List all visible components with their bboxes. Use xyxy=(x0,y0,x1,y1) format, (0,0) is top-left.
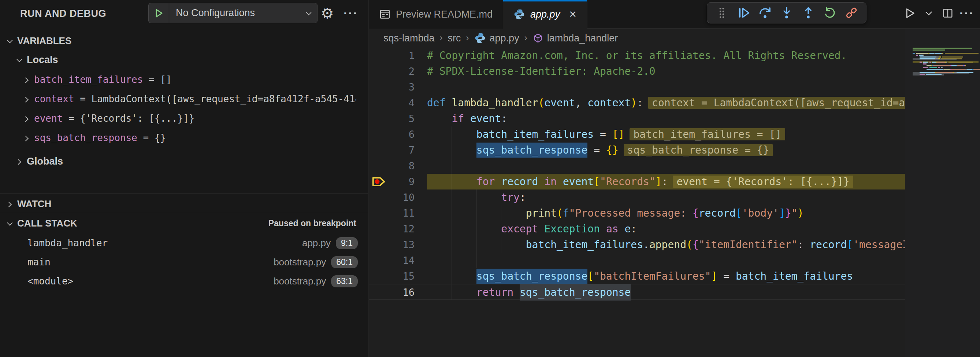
code-token: append xyxy=(649,239,686,251)
code-line-11[interactable]: 11 print(f"Processed message: {record['b… xyxy=(369,205,905,221)
restart-button[interactable] xyxy=(820,3,839,22)
line-number[interactable]: 13 xyxy=(383,237,415,253)
code-token: [] xyxy=(612,128,625,140)
disconnect-button[interactable] xyxy=(842,3,861,22)
minimap-token xyxy=(913,53,915,54)
more-actions-button[interactable]: ··· xyxy=(959,5,975,22)
code-line-15[interactable]: 15 sqs_batch_response["batchItemFailures… xyxy=(369,268,905,284)
code-token: def xyxy=(427,97,446,109)
callstack-frame-3[interactable]: <module>bootstrap.py63:1 xyxy=(0,272,368,290)
code-token: 'messageId' xyxy=(853,239,905,251)
code-token: return xyxy=(476,286,514,298)
variable-row-event[interactable]: event = {'Records': [{...}]} xyxy=(0,109,368,128)
line-content: for record in event["Records"]:event = {… xyxy=(427,174,853,190)
code-editor[interactable]: 1# Copyright Amazon.com, Inc. or its aff… xyxy=(369,48,905,357)
breadcrumb-item-lambda-handler[interactable]: lambda_handler xyxy=(533,33,618,44)
code-line-6[interactable]: 6 batch_item_failures = []batch_item_fai… xyxy=(369,126,905,142)
minimap-token xyxy=(965,65,966,66)
minimap-line xyxy=(913,48,978,49)
line-number[interactable]: 2 xyxy=(383,64,415,79)
variable-row-context[interactable]: context = LambdaContext([aws_request_id=… xyxy=(0,90,368,108)
code-line-9[interactable]: 9 for record in event["Records"]:event =… xyxy=(369,174,905,190)
watch-section-header[interactable]: WATCH xyxy=(0,195,368,212)
start-debug-icon[interactable] xyxy=(149,3,169,23)
code-line-16[interactable]: 16 return sqs_batch_response xyxy=(369,284,905,300)
minimap-token xyxy=(926,69,943,70)
step-over-button[interactable] xyxy=(756,3,775,22)
code-line-13[interactable]: 13 batch_item_failures.append({"itemIden… xyxy=(369,237,905,253)
minimap-column[interactable] xyxy=(905,29,980,357)
minimap[interactable] xyxy=(913,48,978,92)
line-number[interactable]: 7 xyxy=(383,142,415,158)
minimap-line xyxy=(913,72,978,73)
line-number[interactable]: 5 xyxy=(383,111,415,126)
run-python-file-button[interactable] xyxy=(902,5,918,22)
run-icon xyxy=(904,7,916,19)
callstack-frame-1[interactable]: lambda_handlerapp.py9:1 xyxy=(0,234,368,252)
line-number[interactable]: 15 xyxy=(383,268,415,284)
gear-icon[interactable]: ⚙ xyxy=(318,4,337,23)
debug-configuration-label: No Configurations xyxy=(169,7,299,19)
code-line-3[interactable]: 3 xyxy=(369,79,905,95)
line-number[interactable]: 14 xyxy=(383,253,415,268)
variables-section-header[interactable]: VARIABLES xyxy=(0,32,368,49)
code-line-1[interactable]: 1# Copyright Amazon.com, Inc. or its aff… xyxy=(369,48,905,64)
chevron-down-icon xyxy=(924,8,934,18)
code-line-8[interactable]: 8 xyxy=(369,158,905,174)
scope-locals[interactable]: Locals xyxy=(0,51,368,69)
indent-guide xyxy=(476,253,477,268)
minimap-token xyxy=(951,69,965,70)
callstack-frame-2[interactable]: mainbootstrap.py60:1 xyxy=(0,253,368,271)
line-number[interactable]: 12 xyxy=(383,221,415,237)
breadcrumb-item-sqs-lambda[interactable]: sqs-lambda xyxy=(383,33,435,44)
callstack-section-header[interactable]: CALL STACK Paused on breakpoint xyxy=(0,215,368,232)
minimap-token xyxy=(954,72,956,73)
continue-button[interactable] xyxy=(734,3,753,22)
variable-row-batch_item_failures[interactable]: batch_item_failures = [] xyxy=(0,70,368,89)
code-token: . xyxy=(643,239,649,251)
line-number[interactable]: 10 xyxy=(383,190,415,205)
line-number[interactable]: 6 xyxy=(383,126,415,142)
code-line-2[interactable]: 2# SPDX-License-Identifier: Apache-2.0 xyxy=(369,64,905,79)
continue-icon xyxy=(737,6,750,20)
line-number[interactable]: 3 xyxy=(383,79,415,95)
line-number[interactable]: 11 xyxy=(383,205,415,221)
breadcrumb-item-app-py[interactable]: app.py xyxy=(474,32,519,44)
code-token: { xyxy=(692,207,699,219)
step-into-button[interactable] xyxy=(777,3,796,22)
code-line-4[interactable]: 4def lambda_handler(event, context):cont… xyxy=(369,95,905,111)
code-line-12[interactable]: 12 except Exception as e: xyxy=(369,221,905,237)
scope-globals[interactable]: Globals xyxy=(0,152,368,171)
breadcrumb-item-src[interactable]: src xyxy=(448,33,461,44)
minimap-line xyxy=(913,67,978,68)
frame-position-badge: 9:1 xyxy=(336,237,358,249)
frame-file: bootstrap.py xyxy=(274,276,326,287)
variable-row-sqs_batch_response[interactable]: sqs_batch_response = {} xyxy=(0,129,368,147)
debug-configuration-dropdown[interactable]: No Configurations xyxy=(148,3,318,23)
code-token: ] xyxy=(711,270,717,282)
run-options-dropdown-button[interactable] xyxy=(921,5,937,22)
python-icon xyxy=(474,32,486,44)
code-line-5[interactable]: 5 if event: xyxy=(369,111,905,126)
code-line-7[interactable]: 7 sqs_batch_response = {}sqs_batch_respo… xyxy=(369,142,905,158)
code-token: [ xyxy=(587,270,593,282)
code-line-10[interactable]: 10 try: xyxy=(369,190,905,205)
line-number[interactable]: 4 xyxy=(383,95,415,111)
split-editor-button[interactable] xyxy=(940,5,956,22)
line-number[interactable]: 1 xyxy=(383,48,415,64)
minimap-token xyxy=(920,56,936,57)
line-number[interactable]: 9 xyxy=(383,174,415,190)
close-icon[interactable]: ✕ xyxy=(569,9,577,20)
tab-app-py[interactable]: app.py✕ xyxy=(503,0,587,29)
code-token: as xyxy=(606,223,619,235)
more-actions-icon[interactable]: ··· xyxy=(340,4,362,23)
step-out-button[interactable] xyxy=(799,3,818,22)
tab-preview-readme-md[interactable]: Preview README.md xyxy=(369,0,503,29)
code-token: context xyxy=(587,97,631,109)
drag-handle-button[interactable] xyxy=(712,3,731,22)
sidebar-title: RUN AND DEBUG xyxy=(20,8,106,19)
code-line-14[interactable]: 14 xyxy=(369,253,905,268)
line-number[interactable]: 8 xyxy=(383,158,415,174)
minimap-token xyxy=(929,67,937,68)
line-number[interactable]: 16 xyxy=(383,284,415,300)
